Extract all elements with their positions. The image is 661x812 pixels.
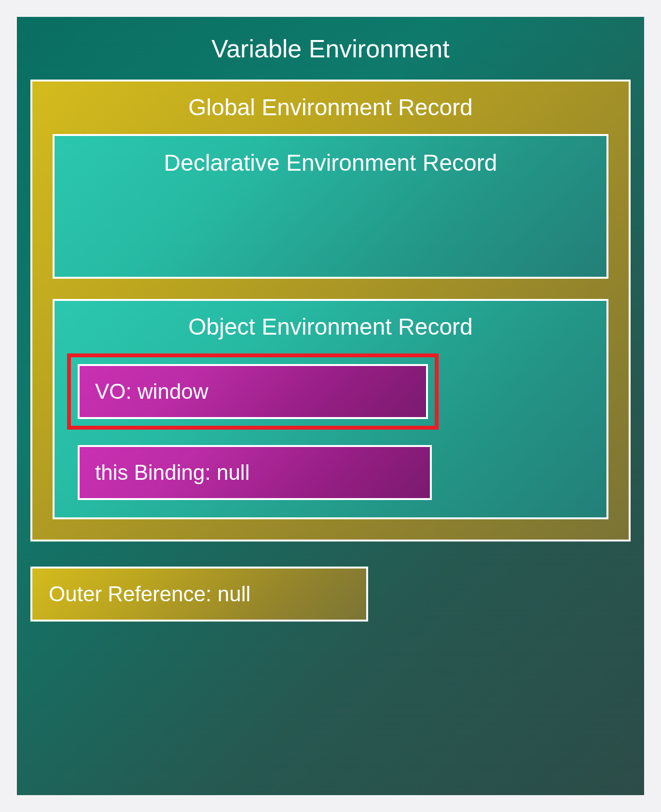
variable-environment-container: Variable Environment Global Environment … [17,17,644,795]
outer-reference-box: Outer Reference: null [30,567,368,622]
variable-environment-title: Variable Environment [30,34,631,63]
vo-window-box: VO: window [78,364,428,419]
this-binding-box: this Binding: null [78,445,432,500]
global-environment-record-title: Global Environment Record [53,94,608,121]
object-environment-record-title: Object Environment Record [67,313,594,340]
declarative-environment-record-title: Declarative Environment Record [66,149,595,176]
global-environment-record: Global Environment Record Declarative En… [30,80,631,541]
vo-highlight-box: VO: window [67,353,439,430]
object-environment-record: Object Environment Record VO: window thi… [53,299,608,519]
declarative-environment-record: Declarative Environment Record [53,134,608,279]
